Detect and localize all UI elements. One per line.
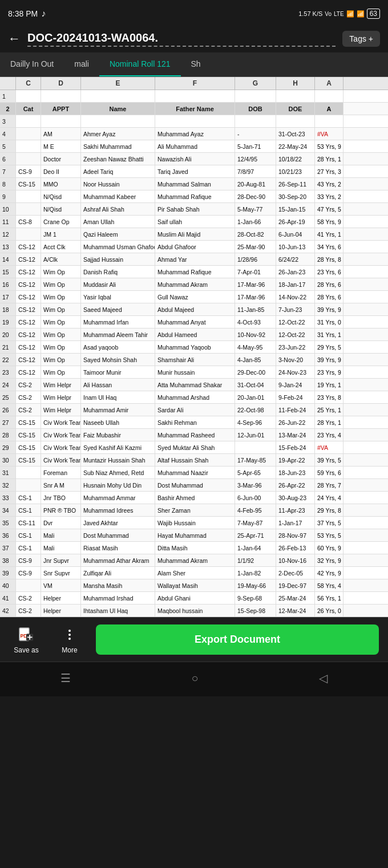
table-row: 36 CS-1 Mali Dost Muhammad Hayat Muhamma… (0, 529, 388, 542)
back-button[interactable]: ← (8, 31, 21, 46)
cell-f: Abdul Majeed (155, 303, 235, 315)
table-row: 25 CS-2 Wim Helpr Inam Ul Haq Muhammad A… (0, 391, 388, 404)
back-nav-icon[interactable]: ◁ (308, 669, 339, 687)
cell-c: CS-12 (16, 341, 41, 353)
row-number: 15 (0, 266, 16, 278)
cell-e: Taimoor Munir (81, 366, 155, 378)
row-number: 29 (0, 441, 16, 453)
cell-a: 26 Yrs, 0 (315, 605, 343, 616)
cell-d: Doctor (41, 153, 81, 165)
cell-f: Nawazish Ali (155, 153, 235, 165)
row-number: 13 (0, 241, 16, 253)
cell-g: 10-Nov-92 (235, 328, 276, 340)
cell-c: CS-12 (16, 303, 41, 315)
cell-e: Zeeshan Nawaz Bhatti (81, 153, 155, 165)
table-row: 29 CS-15 Civ Work Team Syed Kashif Ali K… (0, 441, 388, 454)
table-row: 14 CS-12 A/Clk Sajjad Hussain Ahmad Yar … (0, 253, 388, 266)
table-row: 33 CS-1 Jnr TBO Muhammad Ammar Bashir Ah… (0, 492, 388, 504)
cell-a: 29 Yrs, 5 (315, 341, 343, 353)
table-row: 12 JM 1 Qazi Haleem Muslim Ali Majid 28-… (0, 228, 388, 241)
cell-a (315, 115, 343, 127)
cell-e: Qazi Haleem (81, 228, 155, 240)
column-headers: C D E F G H A (0, 77, 388, 90)
cell-g: 31-Oct-04 (235, 379, 276, 391)
cell-g: 25-Apr-71 (235, 529, 276, 541)
cell-h: 15-Jan-15 (276, 203, 315, 215)
cell-f: Gull Nawaz (155, 291, 235, 303)
export-button[interactable]: Export Document (96, 624, 379, 655)
cell-e: Ali Hassan (81, 379, 155, 391)
cell-h: 9-Feb-24 (276, 391, 315, 403)
cell-a: 27 Yrs, 3 (315, 165, 343, 177)
cell-c: CS-12 (16, 241, 41, 253)
cell-e: Syed Kashif Ali Kazmi (81, 441, 155, 453)
save-as-button[interactable]: PDF Save as (9, 626, 43, 654)
cell-c (16, 579, 41, 591)
cell-d: Civ Work Team (41, 416, 81, 428)
music-icon: ♪ (41, 9, 46, 19)
cell-e: Sakhi Muhammad (81, 140, 155, 152)
cell-h: 18-Jun-23 (276, 467, 315, 478)
row-number: 23 (0, 366, 16, 378)
cell-h: 23-Jun-22 (276, 341, 315, 353)
table-row: 11 CS-8 Crane Op Aman Ullah Saif ullah 1… (0, 216, 388, 228)
cell-g: 28-Oct-82 (235, 228, 276, 240)
sheet-body: 1 2 Cat APPT Name Father Name DOB DOE A … (0, 90, 388, 617)
cell-e: Danish Rafiq (81, 266, 155, 278)
cell-h: 13-Mar-24 (276, 429, 315, 441)
table-row: 4 AM Ahmer Ayaz Muhammad Ayaz - 31-Oct-2… (0, 128, 388, 140)
table-row: 23 CS-12 Wim Op Taimoor Munir Munir huss… (0, 366, 388, 379)
cell-f: Tariq Javed (155, 165, 235, 177)
cell-d: Snr Supvr (41, 567, 81, 579)
col-header-d: D (41, 77, 81, 90)
cell-a: 42 Yrs, 9 (315, 567, 343, 579)
cell-h: 18-Jan-17 (276, 278, 315, 290)
cell-h: 12-Mar-24 (276, 605, 315, 616)
cell-h: 26-Jun-22 (276, 416, 315, 428)
more-label: More (62, 646, 77, 654)
cell-e: Yasir Iqbal (81, 291, 155, 303)
cell-d: N/Qisd (41, 190, 81, 202)
cell-c (16, 140, 41, 152)
cell-f: Saif ullah (155, 216, 235, 228)
menu-icon[interactable]: ☰ (49, 669, 82, 687)
cell-f: Pir Sahab Shah (155, 203, 235, 215)
cell-h: 12-Oct-22 (276, 316, 315, 328)
cell-e (81, 90, 155, 102)
tab-bar: Dailly In Out mali Nominal Roll 121 Sh (0, 52, 388, 77)
cell-d: Wim Helpr (41, 379, 81, 391)
cell-h: 6-Jun-04 (276, 228, 315, 240)
cell-g: 7-May-87 (235, 517, 276, 529)
cell-f: Ali Muhammad (155, 140, 235, 152)
cell-g: 17-May-85 (235, 454, 276, 466)
cell-h: 25-Mar-24 (276, 592, 315, 604)
tab-daily-in-out[interactable]: Dailly In Out (0, 52, 64, 76)
home-icon[interactable]: ○ (180, 670, 209, 687)
tab-nominal-roll[interactable]: Nominal Roll 121 (99, 52, 181, 76)
tab-mali[interactable]: mali (64, 52, 99, 76)
cell-c: CS-12 (16, 278, 41, 290)
more-button[interactable]: More (52, 626, 87, 654)
cell-c: CS-12 (16, 266, 41, 278)
cell-g: 7/8/97 (235, 165, 276, 177)
col-header-g: G (235, 77, 276, 90)
signal-icon-2: 📶 (357, 10, 365, 18)
cell-g: 17-Mar-96 (235, 278, 276, 290)
row-number: 35 (0, 517, 16, 529)
table-row: 22 CS-12 Wim Op Sayed Mohsin Shah Shamsh… (0, 354, 388, 366)
row-number: 30 (0, 454, 16, 466)
cell-g: 17-Mar-96 (235, 291, 276, 303)
cell-c: CS-15 (16, 441, 41, 453)
tab-sh[interactable]: Sh (181, 52, 211, 76)
tags-button[interactable]: Tags + (342, 31, 380, 47)
table-row: 2 Cat APPT Name Father Name DOB DOE A (0, 103, 388, 115)
cell-e: Inam Ul Haq (81, 391, 155, 403)
table-row: 5 M E Sakhi Muhammad Ali Muhammad 5-Jan-… (0, 140, 388, 153)
cell-c (16, 203, 41, 215)
cell-a: 37 Yrs, 5 (315, 517, 343, 529)
cell-e: Sayed Mohsin Shah (81, 354, 155, 366)
cell-d: Wim Op (41, 328, 81, 340)
row-number: 39 (0, 567, 16, 579)
cell-e: Name (81, 103, 155, 115)
cell-e: Dost Muhammad (81, 529, 155, 541)
